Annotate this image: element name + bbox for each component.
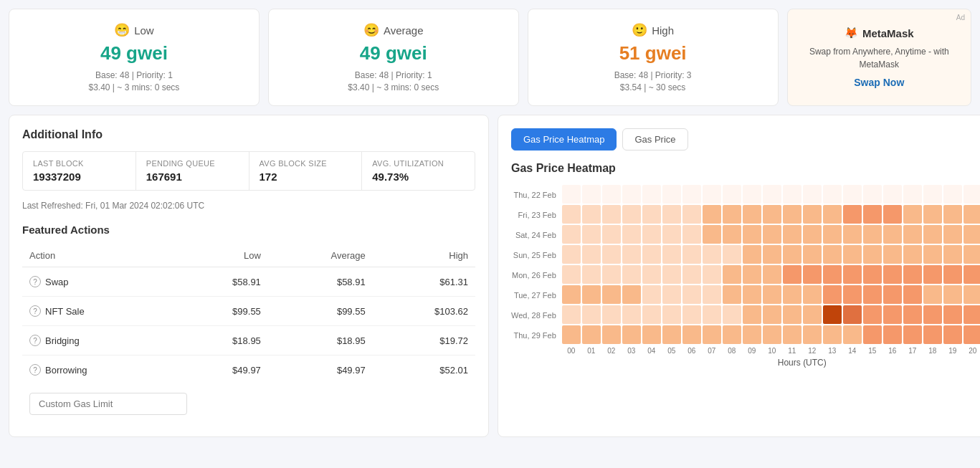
heatmap-cell[interactable] [903, 245, 922, 264]
heatmap-cell[interactable] [602, 265, 621, 284]
heatmap-cell[interactable] [883, 285, 902, 304]
question-icon[interactable]: ? [29, 305, 41, 317]
heatmap-cell[interactable] [883, 265, 902, 284]
heatmap-cell[interactable] [682, 245, 701, 264]
heatmap-cell[interactable] [763, 285, 781, 304]
heatmap-cell[interactable] [783, 185, 801, 204]
metamask-swap-link[interactable]: Swap Now [854, 77, 904, 88]
heatmap-cell[interactable] [582, 325, 601, 344]
heatmap-cell[interactable] [964, 225, 980, 244]
heatmap-cell[interactable] [763, 185, 781, 204]
heatmap-cell[interactable] [763, 265, 781, 284]
heatmap-cell[interactable] [903, 185, 922, 204]
heatmap-cell[interactable] [823, 225, 842, 244]
heatmap-cell[interactable] [843, 205, 862, 224]
heatmap-cell[interactable] [582, 265, 601, 284]
heatmap-cell[interactable] [883, 325, 902, 344]
heatmap-cell[interactable] [763, 305, 781, 324]
heatmap-cell[interactable] [923, 285, 942, 304]
heatmap-cell[interactable] [943, 325, 962, 344]
heatmap-cell[interactable] [743, 185, 761, 204]
heatmap-cell[interactable] [622, 285, 641, 304]
heatmap-cell[interactable] [843, 265, 862, 284]
heatmap-cell[interactable] [964, 305, 980, 324]
heatmap-cell[interactable] [562, 245, 581, 264]
heatmap-cell[interactable] [964, 325, 980, 344]
heatmap-cell[interactable] [723, 305, 741, 324]
heatmap-cell[interactable] [843, 325, 862, 344]
heatmap-cell[interactable] [662, 285, 681, 304]
heatmap-cell[interactable] [903, 205, 922, 224]
heatmap-cell[interactable] [562, 205, 581, 224]
heatmap-cell[interactable] [923, 185, 942, 204]
heatmap-cell[interactable] [803, 185, 822, 204]
heatmap-cell[interactable] [703, 245, 721, 264]
heatmap-cell[interactable] [703, 285, 721, 304]
heatmap-cell[interactable] [642, 305, 661, 324]
heatmap-cell[interactable] [682, 185, 701, 204]
heatmap-cell[interactable] [582, 245, 601, 264]
heatmap-cell[interactable] [883, 225, 902, 244]
heatmap-cell[interactable] [923, 245, 942, 264]
heatmap-cell[interactable] [582, 225, 601, 244]
heatmap-cell[interactable] [662, 225, 681, 244]
heatmap-cell[interactable] [682, 325, 701, 344]
heatmap-cell[interactable] [642, 325, 661, 344]
heatmap-cell[interactable] [823, 205, 842, 224]
heatmap-cell[interactable] [723, 265, 741, 284]
heatmap-cell[interactable] [743, 225, 761, 244]
heatmap-cell[interactable] [602, 225, 621, 244]
heatmap-cell[interactable] [703, 225, 721, 244]
heatmap-cell[interactable] [783, 325, 801, 344]
heatmap-cell[interactable] [903, 225, 922, 244]
heatmap-cell[interactable] [562, 285, 581, 304]
heatmap-cell[interactable] [723, 185, 741, 204]
heatmap-cell[interactable] [803, 285, 822, 304]
heatmap-cell[interactable] [803, 225, 822, 244]
heatmap-cell[interactable] [964, 205, 980, 224]
heatmap-cell[interactable] [562, 225, 581, 244]
heatmap-cell[interactable] [743, 265, 761, 284]
heatmap-cell[interactable] [863, 305, 882, 324]
heatmap-cell[interactable] [943, 185, 962, 204]
heatmap-cell[interactable] [863, 185, 882, 204]
heatmap-cell[interactable] [662, 265, 681, 284]
heatmap-cell[interactable] [622, 205, 641, 224]
heatmap-cell[interactable] [843, 245, 862, 264]
heatmap-cell[interactable] [883, 205, 902, 224]
heatmap-cell[interactable] [602, 185, 621, 204]
heatmap-cell[interactable] [602, 205, 621, 224]
heatmap-cell[interactable] [923, 305, 942, 324]
heatmap-cell[interactable] [642, 245, 661, 264]
heatmap-cell[interactable] [964, 265, 980, 284]
heatmap-cell[interactable] [783, 285, 801, 304]
heatmap-cell[interactable] [903, 265, 922, 284]
heatmap-cell[interactable] [723, 245, 741, 264]
heatmap-cell[interactable] [863, 285, 882, 304]
heatmap-cell[interactable] [703, 325, 721, 344]
heatmap-cell[interactable] [602, 245, 621, 264]
heatmap-cell[interactable] [642, 205, 661, 224]
heatmap-cell[interactable] [923, 265, 942, 284]
heatmap-cell[interactable] [883, 305, 902, 324]
heatmap-cell[interactable] [943, 245, 962, 264]
custom-gas-input[interactable] [29, 393, 187, 415]
heatmap-cell[interactable] [642, 265, 661, 284]
heatmap-cell[interactable] [943, 305, 962, 324]
heatmap-cell[interactable] [823, 245, 842, 264]
heatmap-cell[interactable] [923, 225, 942, 244]
heatmap-cell[interactable] [964, 285, 980, 304]
heatmap-cell[interactable] [582, 205, 601, 224]
heatmap-cell[interactable] [883, 245, 902, 264]
heatmap-cell[interactable] [863, 245, 882, 264]
heatmap-cell[interactable] [823, 305, 842, 324]
heatmap-cell[interactable] [964, 245, 980, 264]
heatmap-cell[interactable] [622, 225, 641, 244]
heatmap-cell[interactable] [562, 265, 581, 284]
heatmap-cell[interactable] [943, 205, 962, 224]
heatmap-cell[interactable] [602, 305, 621, 324]
heatmap-cell[interactable] [803, 305, 822, 324]
heatmap-cell[interactable] [743, 305, 761, 324]
heatmap-cell[interactable] [783, 245, 801, 264]
question-icon[interactable]: ? [29, 335, 41, 346]
